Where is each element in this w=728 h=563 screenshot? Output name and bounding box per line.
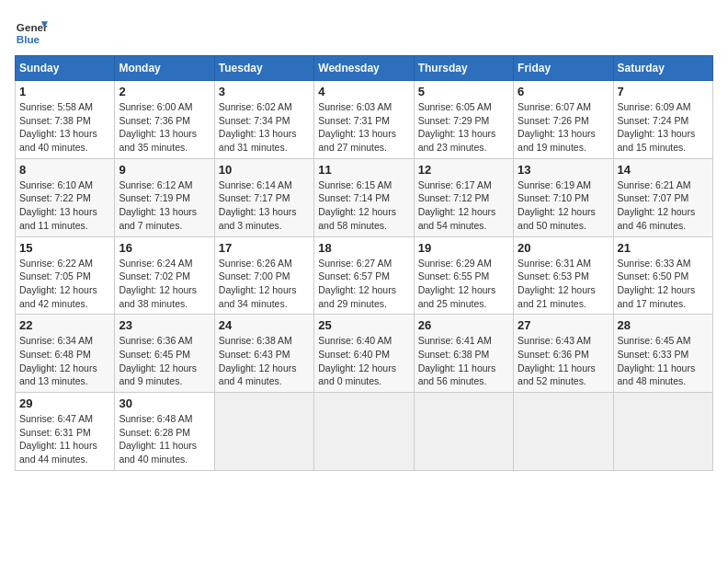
day-number: 10 [219, 163, 310, 177]
cell-info: Sunrise: 6:27 AMSunset: 6:57 PMDaylight:… [318, 257, 409, 311]
day-number: 1 [19, 85, 110, 98]
cell-info: Sunrise: 6:31 AMSunset: 6:53 PMDaylight:… [518, 257, 609, 311]
cell-info: Sunrise: 6:33 AMSunset: 6:50 PMDaylight:… [618, 257, 709, 311]
cell-info: Sunrise: 6:10 AMSunset: 7:22 PMDaylight:… [19, 178, 110, 233]
calendar-cell [613, 393, 712, 471]
calendar-cell: 15Sunrise: 6:22 AMSunset: 7:05 PMDayligh… [16, 236, 115, 315]
day-number: 2 [119, 85, 210, 98]
cell-info: Sunrise: 6:34 AMSunset: 6:48 PMDaylight:… [19, 334, 110, 388]
day-number: 3 [219, 85, 310, 98]
day-number: 22 [19, 318, 110, 332]
calendar-cell: 5Sunrise: 6:05 AMSunset: 7:29 PMDaylight… [414, 81, 513, 159]
cell-info: Sunrise: 6:41 AMSunset: 6:38 PMDaylight:… [418, 334, 509, 388]
day-number: 13 [518, 163, 609, 177]
page-header: General Blue [15, 15, 713, 48]
svg-text:Blue: Blue [17, 33, 40, 45]
weekday-header-thursday: Thursday [414, 56, 513, 81]
cell-info: Sunrise: 6:14 AMSunset: 7:17 PMDaylight:… [219, 178, 310, 233]
cell-info: Sunrise: 6:36 AMSunset: 6:45 PMDaylight:… [119, 334, 210, 388]
day-number: 18 [318, 241, 409, 255]
cell-info: Sunrise: 6:48 AMSunset: 6:28 PMDaylight:… [119, 412, 210, 466]
calendar-cell [514, 393, 613, 471]
cell-info: Sunrise: 6:02 AMSunset: 7:34 PMDaylight:… [219, 100, 310, 155]
cell-info: Sunrise: 6:26 AMSunset: 7:00 PMDaylight:… [219, 257, 310, 311]
calendar-cell: 2Sunrise: 6:00 AMSunset: 7:36 PMDaylight… [115, 81, 214, 159]
cell-info: Sunrise: 6:03 AMSunset: 7:31 PMDaylight:… [318, 100, 409, 155]
cell-info: Sunrise: 6:15 AMSunset: 7:14 PMDaylight:… [318, 178, 409, 233]
weekday-header-tuesday: Tuesday [214, 56, 313, 81]
calendar-cell: 9Sunrise: 6:12 AMSunset: 7:19 PMDaylight… [115, 158, 214, 236]
day-number: 14 [618, 163, 709, 177]
day-number: 9 [119, 163, 210, 177]
day-number: 8 [19, 163, 110, 177]
calendar-cell: 11Sunrise: 6:15 AMSunset: 7:14 PMDayligh… [314, 158, 414, 236]
cell-info: Sunrise: 6:07 AMSunset: 7:26 PMDaylight:… [518, 100, 609, 155]
day-number: 29 [19, 396, 110, 410]
day-number: 5 [418, 85, 509, 98]
day-number: 7 [618, 85, 709, 98]
cell-info: Sunrise: 6:22 AMSunset: 7:05 PMDaylight:… [19, 257, 110, 311]
cell-info: Sunrise: 6:40 AMSunset: 6:40 PMDaylight:… [318, 334, 409, 388]
calendar-cell: 12Sunrise: 6:17 AMSunset: 7:12 PMDayligh… [414, 158, 513, 236]
day-number: 24 [219, 318, 310, 332]
day-number: 12 [418, 163, 509, 177]
cell-info: Sunrise: 6:45 AMSunset: 6:33 PMDaylight:… [618, 334, 709, 388]
cell-info: Sunrise: 6:24 AMSunset: 7:02 PMDaylight:… [119, 257, 210, 311]
calendar-cell [314, 393, 414, 471]
weekday-header-friday: Friday [514, 56, 613, 81]
day-number: 17 [219, 241, 310, 255]
weekday-header-sunday: Sunday [16, 56, 115, 81]
calendar-cell: 28Sunrise: 6:45 AMSunset: 6:33 PMDayligh… [613, 315, 712, 393]
cell-info: Sunrise: 6:19 AMSunset: 7:10 PMDaylight:… [518, 178, 609, 233]
calendar-cell [414, 393, 513, 471]
calendar-cell: 1Sunrise: 5:58 AMSunset: 7:38 PMDaylight… [16, 81, 115, 159]
cell-info: Sunrise: 6:17 AMSunset: 7:12 PMDaylight:… [418, 178, 509, 233]
cell-info: Sunrise: 6:05 AMSunset: 7:29 PMDaylight:… [418, 100, 509, 155]
cell-info: Sunrise: 6:29 AMSunset: 6:55 PMDaylight:… [418, 257, 509, 311]
day-number: 26 [418, 318, 509, 332]
day-number: 6 [518, 85, 609, 98]
day-number: 21 [618, 241, 709, 255]
day-number: 16 [119, 241, 210, 255]
cell-info: Sunrise: 5:58 AMSunset: 7:38 PMDaylight:… [19, 100, 110, 155]
cell-info: Sunrise: 6:38 AMSunset: 6:43 PMDaylight:… [219, 334, 310, 388]
calendar-cell: 10Sunrise: 6:14 AMSunset: 7:17 PMDayligh… [214, 158, 313, 236]
weekday-header-monday: Monday [115, 56, 214, 81]
day-number: 28 [618, 318, 709, 332]
calendar-cell: 25Sunrise: 6:40 AMSunset: 6:40 PMDayligh… [314, 315, 414, 393]
day-number: 25 [318, 318, 409, 332]
calendar-cell: 26Sunrise: 6:41 AMSunset: 6:38 PMDayligh… [414, 315, 513, 393]
cell-info: Sunrise: 6:12 AMSunset: 7:19 PMDaylight:… [119, 178, 210, 233]
calendar-cell: 29Sunrise: 6:47 AMSunset: 6:31 PMDayligh… [16, 393, 115, 471]
day-number: 19 [418, 241, 509, 255]
day-number: 4 [318, 85, 409, 98]
calendar-table: SundayMondayTuesdayWednesdayThursdayFrid… [15, 55, 713, 471]
weekday-header-wednesday: Wednesday [314, 56, 414, 81]
calendar-cell: 16Sunrise: 6:24 AMSunset: 7:02 PMDayligh… [115, 236, 214, 315]
calendar-cell: 24Sunrise: 6:38 AMSunset: 6:43 PMDayligh… [214, 315, 313, 393]
weekday-header-saturday: Saturday [613, 56, 712, 81]
calendar-cell: 18Sunrise: 6:27 AMSunset: 6:57 PMDayligh… [314, 236, 414, 315]
day-number: 23 [119, 318, 210, 332]
cell-info: Sunrise: 6:47 AMSunset: 6:31 PMDaylight:… [19, 412, 110, 466]
cell-info: Sunrise: 6:09 AMSunset: 7:24 PMDaylight:… [618, 100, 709, 155]
calendar-cell: 6Sunrise: 6:07 AMSunset: 7:26 PMDaylight… [514, 81, 613, 159]
day-number: 30 [119, 396, 210, 410]
cell-info: Sunrise: 6:21 AMSunset: 7:07 PMDaylight:… [618, 178, 709, 233]
calendar-cell: 19Sunrise: 6:29 AMSunset: 6:55 PMDayligh… [414, 236, 513, 315]
calendar-cell: 20Sunrise: 6:31 AMSunset: 6:53 PMDayligh… [514, 236, 613, 315]
calendar-cell [214, 393, 313, 471]
calendar-cell: 7Sunrise: 6:09 AMSunset: 7:24 PMDaylight… [613, 81, 712, 159]
calendar-cell: 21Sunrise: 6:33 AMSunset: 6:50 PMDayligh… [613, 236, 712, 315]
day-number: 11 [318, 163, 409, 177]
cell-info: Sunrise: 6:43 AMSunset: 6:36 PMDaylight:… [518, 334, 609, 388]
calendar-cell: 30Sunrise: 6:48 AMSunset: 6:28 PMDayligh… [115, 393, 214, 471]
calendar-cell: 13Sunrise: 6:19 AMSunset: 7:10 PMDayligh… [514, 158, 613, 236]
calendar-cell: 4Sunrise: 6:03 AMSunset: 7:31 PMDaylight… [314, 81, 414, 159]
calendar-cell: 14Sunrise: 6:21 AMSunset: 7:07 PMDayligh… [613, 158, 712, 236]
calendar-cell: 23Sunrise: 6:36 AMSunset: 6:45 PMDayligh… [115, 315, 214, 393]
calendar-cell: 17Sunrise: 6:26 AMSunset: 7:00 PMDayligh… [214, 236, 313, 315]
cell-info: Sunrise: 6:00 AMSunset: 7:36 PMDaylight:… [119, 100, 210, 155]
calendar-cell: 8Sunrise: 6:10 AMSunset: 7:22 PMDaylight… [16, 158, 115, 236]
day-number: 20 [518, 241, 609, 255]
